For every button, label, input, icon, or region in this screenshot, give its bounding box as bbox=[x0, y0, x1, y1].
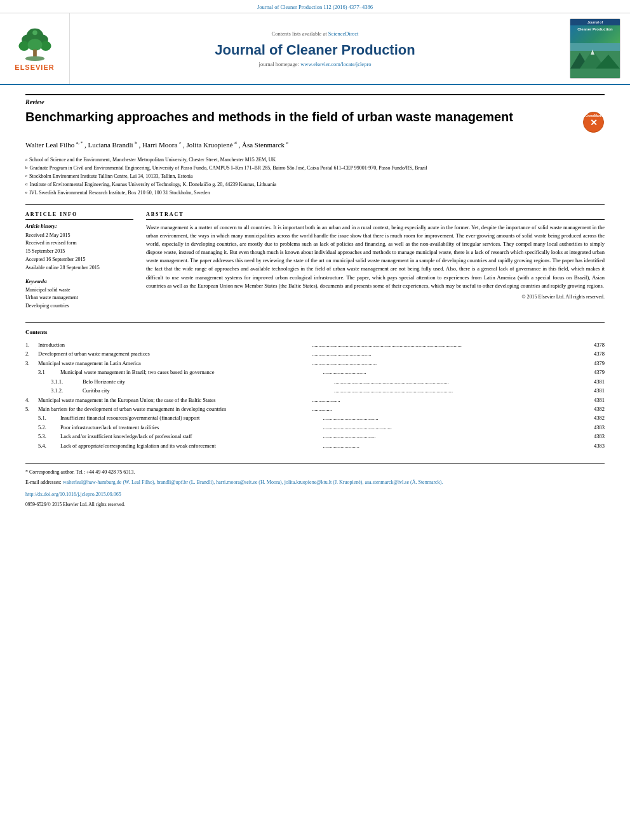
toc-item-5: 5. Main barriers for the development of … bbox=[25, 404, 605, 413]
keyword-1: Municipal solid waste bbox=[25, 286, 133, 295]
cover-title-text: Cleaner Production bbox=[576, 25, 613, 34]
cover-header-band: Journal of bbox=[570, 19, 620, 25]
paper-title-text: Benchmarking approaches and methods in t… bbox=[25, 109, 582, 125]
toc-item-3: 3. Municipal waste management in Latin A… bbox=[25, 359, 605, 368]
copyright-notice: © 2015 Elsevier Ltd. All rights reserved… bbox=[146, 294, 605, 300]
elsevier-wordmark: ELSEVIER bbox=[15, 63, 54, 71]
toc-item-5-2: 5.2. Poor infrastructure/lack of treatme… bbox=[25, 423, 605, 432]
cover-nature-scene bbox=[570, 43, 620, 78]
homepage-line: journal homepage: www.elsevier.com/locat… bbox=[259, 61, 372, 67]
article-info-abstract: ARTICLE INFO Article history: Received 2… bbox=[25, 204, 605, 310]
affiliation-d: d Institute of Environmental Engineering… bbox=[25, 181, 605, 189]
svg-point-7 bbox=[25, 56, 44, 61]
svg-text:CrossMark: CrossMark bbox=[586, 114, 602, 117]
toc-item-5-3: 5.3. Lack and/or insufficient knowledge/… bbox=[25, 432, 605, 441]
affiliation-a: a School of Science and the Environment,… bbox=[25, 156, 605, 164]
elsevier-logo: ELSEVIER bbox=[15, 27, 54, 71]
received-revised-label: Received in revised form bbox=[25, 239, 133, 248]
issn-line: 0959-6526/© 2015 Elsevier Ltd. All right… bbox=[25, 501, 605, 509]
received-date: Received 2 May 2015 bbox=[25, 232, 133, 240]
affiliation-e: e IVL Swedish Environmental Research Ins… bbox=[25, 189, 605, 197]
crossmark-icon[interactable]: ✕ CrossMark bbox=[582, 111, 605, 133]
authors-line: Walter Leal Filho a, * , Luciana Brandli… bbox=[25, 140, 605, 151]
journal-reference: Journal of Cleaner Production 112 (2016)… bbox=[0, 0, 630, 13]
journal-title: Journal of Cleaner Production bbox=[215, 42, 415, 58]
toc-item-2: 2. Development of urban waste management… bbox=[25, 349, 605, 358]
toc-item-3-1-1: 3.1.1. Belo Horizonte city .............… bbox=[25, 377, 605, 386]
elsevier-tree-icon bbox=[16, 27, 54, 62]
elsevier-logo-area: ELSEVIER bbox=[0, 13, 70, 84]
journal-cover-image: Journal of Cleaner Production bbox=[570, 18, 620, 79]
toc-item-3-1: 3.1 Municipal waste management in Brazil… bbox=[25, 368, 605, 377]
homepage-url[interactable]: www.elsevier.com/locate/jclepro bbox=[300, 61, 371, 67]
toc-item-3-1-2: 3.1.2. Curitiba city ...................… bbox=[25, 386, 605, 395]
affiliation-b: b Graduate Program in Civil and Environm… bbox=[25, 164, 605, 172]
svg-point-5 bbox=[27, 38, 42, 50]
abstract-column: ABSTRACT Waste management is a matter of… bbox=[146, 211, 605, 310]
abstract-text: Waste management is a matter of concern … bbox=[146, 223, 605, 290]
doi-line: http://dx.doi.org/10.1016/j.jclepro.2015… bbox=[25, 491, 605, 499]
toc-item-4: 4. Municipal waste management in the Eur… bbox=[25, 396, 605, 404]
article-info-column: ARTICLE INFO Article history: Received 2… bbox=[25, 211, 133, 310]
corresponding-author-note: * Corresponding author. Tel.: +44 49 40 … bbox=[25, 469, 605, 477]
keywords-label: Keywords: bbox=[25, 279, 133, 284]
contents-title: Contents bbox=[25, 329, 605, 335]
email-addresses-line: E-mail addresses: walterleal@haw-hamburg… bbox=[25, 479, 605, 487]
toc-item-5-1: 5.1. Insufficient financial resources/go… bbox=[25, 413, 605, 422]
history-label: Article history: bbox=[25, 223, 133, 229]
article-type-label: Review bbox=[25, 94, 605, 105]
toc-item-5-4: 5.4. Lack of appropriate/corresponding l… bbox=[25, 441, 605, 450]
main-content: Review Benchmarking approaches and metho… bbox=[0, 85, 630, 515]
sciencedirect-link[interactable]: ScienceDirect bbox=[328, 30, 359, 37]
journal-header-center: Contents lists available at ScienceDirec… bbox=[70, 13, 560, 84]
journal-cover-area: Journal of Cleaner Production bbox=[560, 13, 630, 84]
revised-date: 15 September 2015 bbox=[25, 248, 133, 256]
footer-section: * Corresponding author. Tel.: +44 49 40 … bbox=[25, 463, 605, 508]
svg-point-8 bbox=[32, 30, 37, 35]
contents-section: Contents 1. Introduction ...............… bbox=[25, 322, 605, 450]
page: Journal of Cleaner Production 112 (2016)… bbox=[0, 0, 630, 840]
keywords-section: Keywords: Municipal solid waste Urban wa… bbox=[25, 279, 133, 310]
journal-header: ELSEVIER Contents lists available at Sci… bbox=[0, 13, 630, 85]
keyword-2: Urban waste management bbox=[25, 294, 133, 302]
doi-link[interactable]: http://dx.doi.org/10.1016/j.jclepro.2015… bbox=[25, 491, 121, 497]
keyword-3: Developing countries bbox=[25, 302, 133, 310]
cover-header-text: Journal of bbox=[572, 20, 619, 24]
available-online: Available online 28 September 2015 bbox=[25, 264, 133, 272]
affiliations-section: a School of Science and the Environment,… bbox=[25, 156, 605, 197]
article-info-header: ARTICLE INFO bbox=[25, 211, 133, 220]
paper-title-area: Benchmarking approaches and methods in t… bbox=[25, 109, 605, 133]
email-list[interactable]: walterleal@haw-hamburg.de (W. Leal Filho… bbox=[63, 479, 443, 485]
accepted-date: Accepted 16 September 2015 bbox=[25, 256, 133, 264]
toc-item-1: 1. Introduction ........................… bbox=[25, 340, 605, 349]
svg-text:✕: ✕ bbox=[590, 117, 598, 128]
contents-available-line: Contents lists available at ScienceDirec… bbox=[272, 30, 359, 37]
affiliation-c: c Stockholm Environment Institute Tallin… bbox=[25, 173, 605, 180]
abstract-header: ABSTRACT bbox=[146, 211, 605, 220]
svg-rect-13 bbox=[570, 43, 620, 51]
